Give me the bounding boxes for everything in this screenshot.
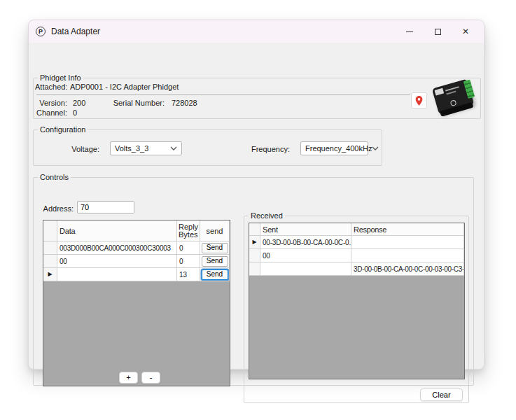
device-label-line: [446, 91, 456, 95]
address-input[interactable]: [77, 201, 134, 214]
column-header-send[interactable]: send: [200, 220, 230, 241]
chevron-down-icon: [372, 146, 379, 150]
table-row: 3D-00-0B-00-CA-00-0C-00-03-00-C3-00-03: [249, 262, 464, 276]
row-selector-header: [249, 223, 260, 236]
current-row-indicator-icon: ▶: [252, 239, 256, 245]
phidget-info-group: Phidget Info Attached: ADP0001 - I2C Ada…: [33, 78, 481, 119]
row-selector-current[interactable]: ▶: [249, 236, 260, 249]
sent-cell[interactable]: [260, 262, 351, 276]
grid-empty-area: [43, 281, 230, 386]
window-body: Phidget Info Attached: ADP0001 - I2C Ada…: [29, 43, 484, 369]
reply-bytes-cell[interactable]: 13: [177, 268, 200, 281]
app-window: P Data Adapter ✕ Phidget Info Attached: …: [28, 20, 484, 370]
device-label-line: [445, 86, 459, 91]
device-photo: [428, 76, 480, 120]
table-row: ▶ 13 Send: [43, 268, 230, 281]
data-cell[interactable]: 003D000B00CA000C000300C30003: [57, 241, 177, 255]
controls-group: Controls Address: Data Reply Bytes send …: [33, 177, 474, 386]
version-label: Version:: [35, 99, 67, 107]
configuration-group-label: Configuration: [38, 125, 88, 134]
close-icon: ✕: [462, 27, 469, 36]
serial-number-value: 728028: [172, 99, 197, 107]
sent-cell[interactable]: 00: [260, 249, 351, 262]
desktop-background: P Data Adapter ✕ Phidget Info Attached: …: [0, 0, 516, 420]
minimize-button[interactable]: [396, 20, 424, 43]
maximize-icon: [435, 29, 441, 35]
reply-bytes-cell[interactable]: 0: [177, 255, 200, 268]
table-row: 00: [249, 249, 464, 262]
received-grid-header: Sent Response: [249, 223, 464, 236]
data-grid: Data Reply Bytes send 003D000B00CA000C00…: [43, 220, 230, 386]
address-label: Address:: [41, 204, 74, 213]
row-selector[interactable]: [249, 262, 260, 276]
device-sticker: [434, 88, 444, 96]
voltage-dropdown-value: Volts_3_3: [115, 144, 148, 153]
sent-cell[interactable]: 00-3D-00-0B-00-CA-00-0C-0...: [260, 236, 351, 249]
table-row: 00 0 Send: [43, 255, 230, 268]
location-pin-icon: [414, 95, 424, 106]
frequency-label: Frequency:: [237, 145, 290, 153]
voltage-dropdown[interactable]: Volts_3_3: [110, 141, 182, 155]
phidget-info-group-label: Phidget Info: [38, 74, 83, 83]
response-cell[interactable]: 3D-00-0B-00-CA-00-0C-00-03-00-C3-00-03: [351, 262, 464, 276]
maximize-button[interactable]: [424, 20, 452, 43]
data-grid-header: Data Reply Bytes send: [43, 220, 230, 241]
device-logo: [450, 99, 457, 106]
grid-empty-area: [249, 276, 464, 379]
configuration-group: Configuration Voltage: Volts_3_3 Frequen…: [33, 130, 382, 166]
remove-row-button[interactable]: -: [141, 372, 160, 384]
column-header-reply-bytes[interactable]: Reply Bytes: [177, 220, 200, 241]
version-value: 200: [73, 99, 85, 107]
close-button[interactable]: ✕: [452, 20, 480, 43]
send-button[interactable]: Send: [202, 243, 228, 253]
response-cell[interactable]: [351, 236, 464, 249]
channel-label: Channel:: [35, 108, 67, 117]
data-cell[interactable]: [57, 268, 177, 281]
minimize-icon: [406, 31, 413, 32]
data-cell[interactable]: 00: [57, 255, 177, 268]
phidget-logo-icon: P: [36, 27, 46, 36]
column-header-data[interactable]: Data: [57, 220, 177, 241]
reply-bytes-cell[interactable]: 0: [177, 241, 200, 255]
send-button[interactable]: Send: [202, 270, 228, 280]
row-selector-current[interactable]: ▶: [43, 268, 57, 281]
chevron-down-icon: [170, 146, 177, 150]
received-grid: Sent Response ▶ 00-3D-00-0B-00-CA-00-0C-…: [249, 223, 465, 379]
attached-label: Attached:: [35, 83, 67, 91]
terminal-block: [463, 79, 475, 99]
locate-button[interactable]: [411, 92, 427, 108]
window-title: Data Adapter: [51, 27, 100, 36]
row-selector[interactable]: [249, 249, 260, 262]
row-selector[interactable]: [43, 255, 57, 268]
received-group: Received Sent Response ▶ 00-3D-00-0B-00-…: [244, 216, 469, 403]
frequency-dropdown-value: Frequency_400kHz: [305, 144, 372, 153]
row-selector[interactable]: [43, 241, 57, 255]
column-header-sent[interactable]: Sent: [260, 223, 351, 236]
response-cell[interactable]: [351, 249, 464, 262]
row-selector-header: [43, 220, 57, 241]
current-row-indicator-icon: ▶: [48, 272, 52, 277]
voltage-label: Voltage:: [48, 145, 99, 153]
attached-value: ADP0001 - I2C Adapter Phidget: [70, 83, 179, 91]
serial-number-label: Serial Number:: [112, 99, 165, 107]
titlebar[interactable]: P Data Adapter ✕: [29, 20, 484, 43]
channel-value: 0: [73, 108, 77, 117]
clear-button[interactable]: Clear: [420, 388, 463, 401]
send-button[interactable]: Send: [202, 256, 228, 267]
add-row-button[interactable]: +: [119, 372, 138, 384]
divider: [36, 94, 410, 95]
table-row: ▶ 00-3D-00-0B-00-CA-00-0C-0...: [249, 236, 464, 249]
phidget-logo-letter: P: [39, 29, 43, 35]
controls-group-label: Controls: [38, 173, 71, 182]
table-row: 003D000B00CA000C000300C30003 0 Send: [43, 241, 230, 255]
received-group-label: Received: [249, 211, 285, 220]
window-controls: ✕: [396, 20, 480, 43]
device-body: [432, 79, 474, 115]
frequency-dropdown[interactable]: Frequency_400kHz: [300, 141, 368, 155]
column-header-response[interactable]: Response: [351, 223, 464, 236]
